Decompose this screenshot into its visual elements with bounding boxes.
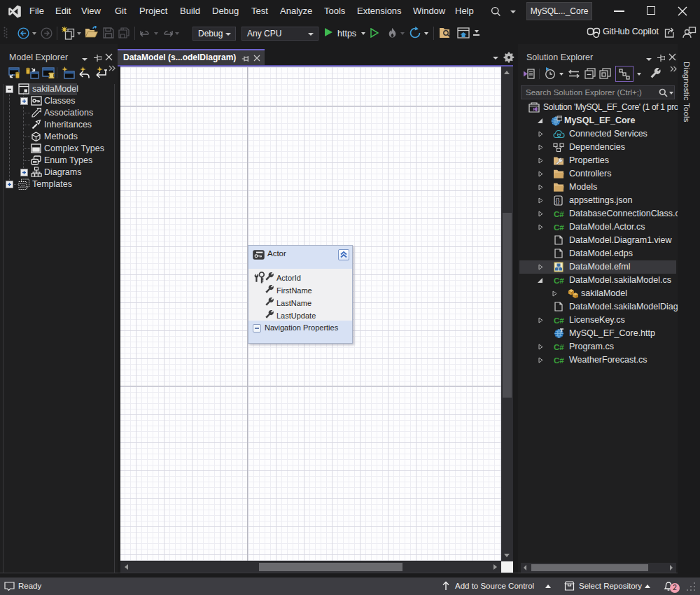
svg-text:{}: {} (555, 197, 559, 204)
